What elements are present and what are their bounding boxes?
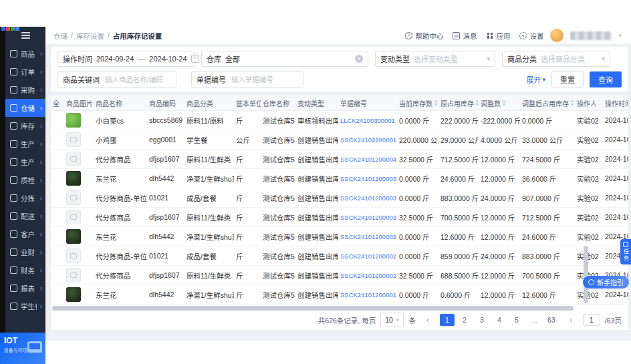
filter-doc-no[interactable]: 单据编号: [191, 71, 303, 87]
date-start-value[interactable]: 2024-09-24: [96, 55, 134, 63]
row-select-cell[interactable]: [51, 227, 64, 246]
product-thumbnail[interactable]: [66, 287, 81, 302]
floating-task-tab[interactable]: 任务: [620, 239, 631, 264]
breadcrumb-level-1[interactable]: 仓储: [53, 31, 68, 41]
sidebar-item-orders[interactable]: 订单›: [5, 63, 45, 81]
page-button-3[interactable]: 3: [475, 314, 489, 326]
product-thumbnail[interactable]: [66, 210, 81, 224]
sidebar-item-studentmeal[interactable]: 学生餐›: [5, 297, 45, 315]
apps-button[interactable]: 应用: [486, 31, 510, 41]
product-thumbnail[interactable]: [66, 229, 81, 244]
menu-collapse-icon[interactable]: [21, 32, 30, 39]
column-header-current_stock[interactable]: 当前库存数: [397, 96, 438, 111]
page-size-select[interactable]: 10 ▾: [380, 313, 404, 327]
product-thumbnail[interactable]: [66, 132, 81, 147]
doc-no-link[interactable]: SSCK24101200004: [340, 156, 396, 163]
sidebar-item-delivery[interactable]: 配送›: [5, 207, 45, 225]
product-thumbnail[interactable]: [66, 248, 81, 263]
doc-no-link[interactable]: SSCK24101200003: [340, 194, 396, 202]
page-button-1[interactable]: 1: [440, 314, 455, 326]
floating-guide-button[interactable]: 新手指引: [583, 276, 629, 289]
filter-category-select[interactable]: 商品分类 选择商品分类 ▾: [502, 51, 610, 67]
page-button-2[interactable]: 2: [457, 314, 472, 326]
doc-no-link[interactable]: SSCK24101200003: [340, 214, 396, 221]
cell-adjust: 12.0000 斤: [479, 150, 520, 169]
sort-icon[interactable]: [502, 100, 506, 106]
doc-no-link[interactable]: SSCK24101200002: [340, 252, 396, 260]
sidebar-item-warehouse[interactable]: 仓储›: [5, 99, 45, 117]
doc-no-link[interactable]: SSCK24101200002: [340, 272, 396, 279]
cell-adjust: 24.0000 斤: [479, 188, 520, 208]
user-name-blurred[interactable]: [570, 31, 612, 40]
sidebar-item-finance[interactable]: 财务›: [5, 261, 45, 279]
product-thumbnail[interactable]: [66, 268, 81, 283]
sidebar-item-customer[interactable]: 客户›: [5, 225, 45, 243]
sidebar-item-goods[interactable]: 商品›: [5, 45, 45, 63]
sidebar-item-purchase[interactable]: 采购›: [5, 81, 45, 99]
sidebar-item-production1[interactable]: 生产›: [5, 135, 45, 153]
page-jump-input[interactable]: [583, 314, 600, 326]
sort-icon[interactable]: [475, 100, 479, 106]
reset-button[interactable]: 重置: [551, 71, 584, 87]
sidebar-item-sorting[interactable]: 分拣›: [5, 189, 45, 207]
doc-no-link[interactable]: SSCK24101200001: [340, 291, 396, 299]
occupied-stock-records-table: 全商品图片商品名称商品编码商品分类基本单位仓库名称变动类型单据编号当前库存数原占…: [51, 96, 628, 305]
date-end-value[interactable]: 2024-10-24: [149, 55, 186, 63]
doc-no-link[interactable]: LLCK24100300001: [340, 117, 395, 124]
vertical-scrollbar[interactable]: [584, 246, 588, 303]
keyword-input[interactable]: [104, 75, 171, 84]
column-header-after_occupied[interactable]: 调整后占用库存: [520, 96, 575, 111]
row-select-cell[interactable]: [51, 208, 64, 227]
product-thumbnail[interactable]: [66, 190, 81, 205]
column-header-adjust[interactable]: 调整数: [479, 96, 520, 111]
sidebar-item-label: 学生餐: [21, 301, 37, 311]
row-select-cell[interactable]: [51, 150, 64, 169]
filter-change-type-select[interactable]: 变动类型 选择变动类型 ▾: [375, 51, 495, 67]
page-button-63[interactable]: 63: [544, 314, 559, 326]
doc-no-input[interactable]: [230, 75, 298, 84]
sidebar-item-inventory[interactable]: 库存›: [5, 117, 45, 135]
row-select-cell[interactable]: [51, 111, 64, 130]
sidebar-item-report[interactable]: 报表›: [5, 279, 45, 297]
help-button[interactable]: ?帮助中心: [405, 31, 443, 41]
product-thumbnail[interactable]: [66, 152, 81, 166]
settings-button[interactable]: 设置: [519, 31, 543, 41]
sidebar-item-quality[interactable]: 质检›: [5, 171, 45, 189]
clear-icon[interactable]: ×: [355, 55, 363, 63]
filter-operation-time[interactable]: 操作时间 2024-09-24 — 2024-10-24: [57, 51, 195, 67]
iot-brand-block[interactable]: IOT 设备与环境: [0, 333, 45, 364]
row-select-cell[interactable]: [51, 246, 64, 266]
horizontal-scrollbar[interactable]: [52, 306, 574, 311]
prev-page-button[interactable]: ‹: [420, 314, 435, 326]
row-select-cell[interactable]: [51, 130, 64, 150]
column-label: 操作人: [577, 98, 597, 108]
cell-operator: 实验02: [575, 150, 603, 169]
breadcrumb-level-2[interactable]: 库存设置: [76, 31, 104, 41]
sidebar-item-bizfinance[interactable]: 业财›: [5, 243, 45, 261]
product-thumbnail[interactable]: [66, 171, 81, 186]
cell-unit: 斤: [234, 227, 261, 246]
sort-icon[interactable]: [434, 100, 438, 106]
row-select-cell[interactable]: [51, 285, 64, 305]
page-button-4[interactable]: 4: [492, 314, 507, 326]
doc-no-link[interactable]: SSCK24102200001: [340, 136, 396, 144]
search-button[interactable]: 查询: [590, 71, 622, 87]
next-page-button[interactable]: ›: [563, 314, 578, 326]
product-thumbnail[interactable]: [66, 113, 81, 128]
user-avatar[interactable]: [550, 29, 563, 42]
chevron-right-icon: ›: [40, 50, 42, 57]
message-button[interactable]: 消息: [453, 31, 477, 41]
doc-no-link[interactable]: SSCK24101200002: [340, 233, 396, 240]
user-menu-caret-icon[interactable]: ▾: [618, 32, 622, 39]
expand-filters-link[interactable]: 展开 ▾: [526, 74, 545, 85]
page-button-5[interactable]: 5: [509, 314, 524, 326]
sidebar-item-production2[interactable]: 生产›: [5, 153, 45, 171]
filter-warehouse-select[interactable]: 仓库 全部 ×: [201, 51, 368, 67]
row-select-cell[interactable]: [51, 266, 64, 285]
column-header-orig_occupied[interactable]: 原占用库存: [438, 96, 479, 111]
row-select-cell[interactable]: [51, 169, 64, 188]
row-select-cell[interactable]: [51, 188, 64, 208]
sort-icon[interactable]: [570, 100, 574, 106]
doc-no-link[interactable]: SSCK24101200003: [340, 175, 396, 182]
filter-keyword[interactable]: 商品关键词: [57, 71, 176, 87]
